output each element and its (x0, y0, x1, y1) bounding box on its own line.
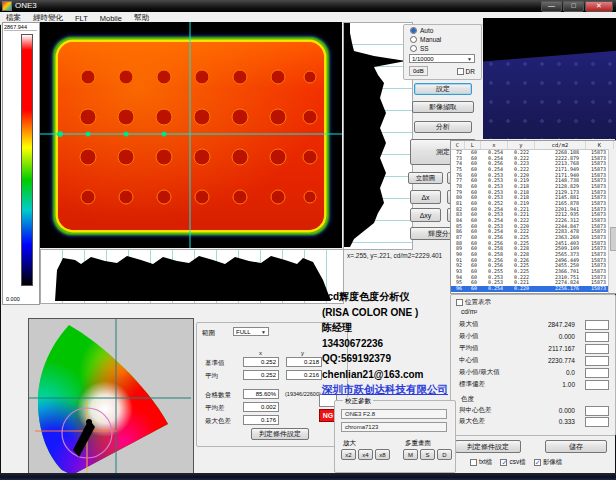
radio-auto-icon (410, 27, 417, 34)
dr-checkbox-icon (457, 68, 464, 75)
close-button[interactable]: ✕ (585, 1, 613, 12)
judge-result-box (585, 406, 609, 416)
range-label: 範圍 (202, 329, 215, 338)
result-item: 中心值2230.774 (459, 355, 609, 366)
multi-screen-button-D[interactable]: D (437, 449, 452, 460)
zoom-button-x2[interactable]: x2 (341, 449, 356, 460)
judge-result-box (585, 368, 609, 378)
title-bar: ONE3 — □ ✕ (0, 0, 616, 12)
col-y-header: y (301, 350, 304, 356)
window-title: ONE3 (15, 2, 37, 10)
radio-ss[interactable]: SS (410, 44, 481, 52)
table-header-cell: K (586, 141, 614, 149)
avg-x-value: 0.252 (243, 370, 279, 380)
product-model: (RISA COLOR ONE ) (322, 305, 472, 321)
save-button[interactable]: 儲存 (545, 440, 607, 453)
calibration-title: 校正參數 (343, 397, 373, 406)
contact-email: chenlian21@163.com (322, 367, 472, 383)
zoom-buttons: x2x4x8 (341, 449, 390, 460)
zoom-button-x8[interactable]: x8 (375, 449, 390, 460)
calibration-param1: ONE3 F2.8 (341, 409, 447, 419)
measurement-table: CLxycd/m2K 72600.2540.2222268.1881587373… (450, 140, 616, 294)
delta-xy-button[interactable]: Δxy (410, 208, 441, 222)
result-panel: 位置表示 cd/m² 最大值2847.249最小值0.000平均值2117.16… (450, 294, 616, 436)
table-header-cell: C (451, 141, 465, 149)
table-row[interactable]: 96600.2540.2202256.17615873 (451, 286, 616, 292)
file-check-影像檔[interactable]: ✓影像檔 (534, 458, 563, 467)
pass-value: 85.60% (243, 389, 279, 399)
colorbar-max-value: 2867.944 (4, 24, 37, 31)
pass-detail: (19346/22600) (285, 391, 321, 397)
file-check-csv檔[interactable]: ✓csv檔 (500, 458, 525, 467)
chevron-down-icon: ▼ (261, 329, 266, 335)
result-item: 最小值0.000 (459, 331, 609, 342)
ref-x-value: 0.252 (243, 357, 279, 367)
judge-result-box (585, 332, 609, 342)
table-scrollbar[interactable] (608, 149, 616, 293)
camera-preview (483, 18, 616, 139)
radio-auto[interactable]: Auto (410, 26, 481, 34)
scrollbar-thumb[interactable] (610, 227, 616, 251)
analyze-button[interactable]: 分析 (414, 121, 472, 133)
luminance-map[interactable] (40, 22, 342, 248)
settings-button[interactable]: 設定 (414, 83, 472, 95)
product-name: ccd辉度色度分析仪 (322, 289, 472, 305)
max-diff-label: 最大色差 (205, 417, 231, 426)
app-window: ONE3 — □ ✕ 檔案經時變化FLTMobile幫助 2867.944 0.… (0, 0, 616, 480)
table-header-cell: x (481, 141, 508, 149)
calibration-panel: 校正參數 ONE3 F2.8 chroma7123 放大 多重畫面 x2x4x8… (334, 400, 456, 473)
contact-overlay: ccd辉度色度分析仪 (RISA COLOR ONE ) 陈经理 1343067… (322, 289, 472, 398)
multi-screen-button-M[interactable]: M (403, 449, 418, 460)
capture-button[interactable]: 影像擷取 (412, 101, 474, 113)
avg-diff-value: 0.002 (243, 402, 279, 412)
table-header-cell: L (465, 141, 481, 149)
colorbar-min-value: 0.000 (6, 296, 20, 302)
checkbox-icon (470, 459, 477, 466)
contact-person: 陈经理 (322, 320, 472, 336)
max-diff-value: 0.176 (243, 415, 279, 425)
contact-qq: QQ:569192379 (322, 351, 472, 367)
zoom-label: 放大 (343, 439, 356, 448)
range-dropdown[interactable]: FULL ▼ (233, 327, 269, 336)
maximize-button[interactable]: □ (563, 1, 584, 12)
backlight-panel-image (483, 18, 616, 139)
table-header: CLxycd/m2K (451, 141, 616, 150)
zoom-button-x4[interactable]: x4 (358, 449, 373, 460)
checkbox-icon: ✓ (500, 459, 507, 466)
avg-y-value: 0.216 (286, 370, 322, 380)
company-name: 深圳市跃创达科技有限公司 (322, 382, 472, 398)
cie-chromaticity-diagram (28, 318, 194, 479)
multi-screen-label: 多重畫面 (405, 439, 431, 448)
radio-manual-icon (410, 36, 417, 43)
chroma-item: 最大色差0.333 (459, 416, 609, 427)
result-item: 標準偏差1.00 (459, 379, 609, 390)
shutter-dropdown[interactable]: 1/10000 ▼ (409, 54, 475, 63)
ref-y-value: 0.218 (286, 357, 322, 367)
judge-settings-button-right[interactable]: 判定條件設定 (455, 440, 521, 453)
table-body: 72600.2540.2222268.1881587373600.2540.22… (451, 150, 616, 292)
judge-result-box (585, 320, 609, 330)
minimize-button[interactable]: — (541, 1, 562, 12)
pass-label: 合格數量 (205, 391, 231, 400)
dr-checkbox-row[interactable]: DR (457, 68, 475, 75)
horizontal-profile-plot (40, 249, 344, 304)
colorbar-panel: 2867.944 0.000 (2, 22, 40, 305)
judge-result-box (585, 417, 609, 427)
result-item: 平均值2117.167 (459, 343, 609, 354)
judge-result-box (585, 344, 609, 354)
delta-x-button[interactable]: Δx (410, 190, 441, 204)
file-check-txt檔[interactable]: txt檔 (470, 458, 492, 467)
gain-value: 0dB (409, 66, 428, 76)
radio-manual[interactable]: Manual (410, 35, 481, 43)
contact-phone: 13430672236 (322, 336, 472, 352)
multi-screen-buttons: MSD (403, 449, 452, 460)
calibration-param2: chroma7123 (341, 422, 447, 432)
judge-settings-button-left[interactable]: 判定條件設定 (251, 428, 309, 440)
capture-control-group: Auto Manual SS 1/10000 ▼ 0dB DR (403, 24, 482, 80)
table-header-cell: y (508, 141, 535, 149)
judge-result-box (585, 356, 609, 366)
view3d-button[interactable]: 立體圖 (408, 172, 443, 184)
multi-screen-button-S[interactable]: S (420, 449, 435, 460)
avg-diff-label: 平均差 (205, 404, 225, 413)
file-format-checkboxes: txt檔✓csv檔✓影像檔 (470, 458, 562, 467)
